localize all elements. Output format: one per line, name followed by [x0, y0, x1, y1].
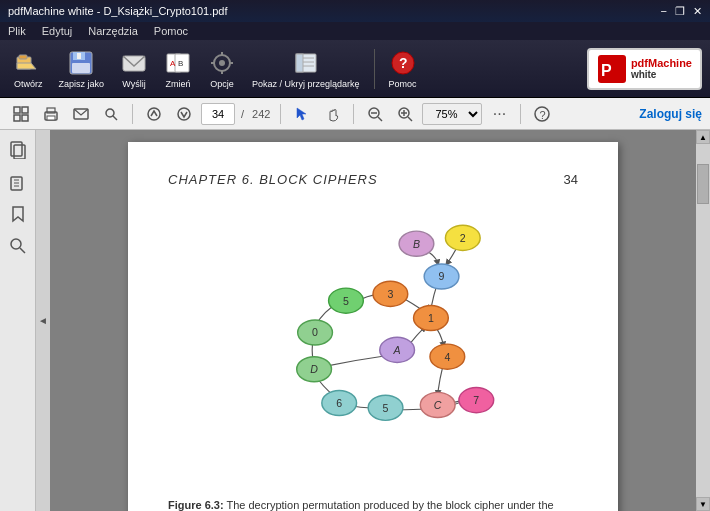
show-hide-label: Pokaz / Ukryj przeglądarkę [252, 79, 360, 89]
more-options-button[interactable]: ··· [486, 101, 512, 127]
page-down-button[interactable] [171, 101, 197, 127]
logo[interactable]: P pdfMachine white [587, 48, 702, 90]
page-up-button[interactable] [141, 101, 167, 127]
options-button[interactable]: Opcje [202, 45, 242, 93]
svg-rect-32 [47, 116, 55, 120]
print-button[interactable] [38, 101, 64, 127]
svg-text:2: 2 [460, 232, 466, 244]
svg-text:D: D [310, 363, 318, 375]
svg-text:A: A [393, 344, 401, 356]
svg-text:0: 0 [312, 326, 318, 338]
menu-pomoc[interactable]: Pomoc [154, 25, 188, 37]
svg-line-44 [408, 117, 412, 121]
save-as-label: Zapisz jako [59, 79, 105, 89]
scrollbar-track [696, 144, 710, 497]
sidebar-pages-icon[interactable] [6, 138, 30, 162]
svg-rect-28 [14, 115, 20, 121]
select-tool-button[interactable] [289, 101, 315, 127]
menu-plik[interactable]: Plik [8, 25, 26, 37]
zoom-in-button[interactable] [392, 101, 418, 127]
sidebar-search-icon[interactable] [6, 234, 30, 258]
chapter-heading: CHAPTER 6. BLOCK CIPHERS 34 [168, 172, 578, 187]
send-icon [120, 49, 148, 77]
sidebar-copy-icon[interactable] [6, 170, 30, 194]
change-icon: A B [164, 49, 192, 77]
svg-rect-27 [22, 107, 28, 113]
window-title: pdfMachine white - D_Książki_Crypto101.p… [8, 5, 661, 17]
svg-text:5: 5 [383, 402, 389, 414]
diagram-svg: B 2 9 5 3 1 [223, 207, 523, 487]
page-number-input[interactable]: 34 [201, 103, 235, 125]
svg-rect-47 [11, 142, 22, 156]
hand-tool-button[interactable] [319, 101, 345, 127]
menu-narzedzia[interactable]: Narzędzia [88, 25, 138, 37]
svg-text:C: C [434, 399, 442, 411]
logo-sub: white [631, 69, 692, 80]
svg-rect-1 [19, 55, 27, 59]
save-as-button[interactable]: Zapisz jako [53, 45, 111, 93]
svg-rect-48 [14, 145, 25, 159]
page-number-display: 34 [564, 172, 578, 187]
pdf-content-area: CHAPTER 6. BLOCK CIPHERS 34 [50, 130, 696, 511]
svg-text:5: 5 [343, 295, 349, 307]
svg-text:B: B [178, 59, 183, 68]
save-icon [67, 49, 95, 77]
question-button[interactable]: ? [529, 101, 555, 127]
search-button[interactable] [98, 101, 124, 127]
window-controls: − ❐ ✕ [661, 5, 702, 18]
svg-text:?: ? [540, 109, 546, 121]
open-button[interactable]: Otwórz [8, 45, 49, 93]
email-button[interactable] [68, 101, 94, 127]
titlebar: pdfMachine white - D_Książki_Crypto101.p… [0, 0, 710, 22]
main-layout: ◄ CHAPTER 6. BLOCK CIPHERS 34 [0, 130, 710, 511]
maximize-button[interactable]: ❐ [675, 5, 685, 18]
svg-rect-5 [72, 63, 90, 73]
svg-text:1: 1 [428, 312, 434, 324]
show-hide-button[interactable]: Pokaz / Ukryj przeglądarkę [246, 45, 366, 93]
scrollbar-thumb[interactable] [697, 164, 709, 204]
total-pages: 242 [252, 108, 270, 120]
svg-text:3: 3 [387, 288, 393, 300]
open-label: Otwórz [14, 79, 43, 89]
scrollbar-up-button[interactable]: ▲ [696, 130, 710, 144]
send-button[interactable]: Wyślij [114, 45, 154, 93]
pdf-page: CHAPTER 6. BLOCK CIPHERS 34 [128, 142, 618, 511]
main-toolbar: Otwórz Zapisz jako Wyślij [0, 40, 710, 98]
svg-line-40 [378, 117, 382, 121]
zoom-out-button[interactable] [362, 101, 388, 127]
chapter-title: CHAPTER 6. BLOCK CIPHERS [168, 172, 378, 187]
close-button[interactable]: ✕ [693, 5, 702, 18]
scrollbar-down-button[interactable]: ▼ [696, 497, 710, 511]
login-button[interactable]: Zaloguj się [639, 107, 702, 121]
svg-text:A: A [170, 59, 176, 68]
options-label: Opcje [210, 79, 234, 89]
figure-caption-text: The decryption permutation produced by t… [168, 499, 563, 511]
change-button[interactable]: A B Zmień [158, 45, 198, 93]
svg-rect-26 [14, 107, 20, 113]
logo-brand: pdfMachine [631, 57, 692, 69]
figure-caption: Figure 6.3: The decryption permutation p… [168, 497, 578, 511]
sidebar-bookmark-icon[interactable] [6, 202, 30, 226]
svg-text:?: ? [399, 55, 408, 71]
minimize-button[interactable]: − [661, 5, 667, 18]
help-label: Pomoc [389, 79, 417, 89]
left-panel-toggle[interactable]: ◄ [36, 130, 50, 511]
help-icon: ? [389, 49, 417, 77]
zoom-select[interactable]: 75% 50% 100% 125% 150% [422, 103, 482, 125]
send-label: Wyślij [122, 79, 145, 89]
figure-caption-label: Figure 6.3: [168, 499, 224, 511]
secondary-toolbar: 34 / 242 75% 50% 100% 125% 150% ··· ? Za… [0, 98, 710, 130]
tb2-sep2 [280, 104, 281, 124]
thumbnail-button[interactable] [8, 101, 34, 127]
page-separator: / [241, 108, 244, 120]
svg-point-12 [219, 60, 225, 66]
menu-edytuj[interactable]: Edytuj [42, 25, 73, 37]
help-button[interactable]: ? Pomoc [383, 45, 423, 93]
toolbar-sep [374, 49, 375, 89]
options-icon [208, 49, 236, 77]
svg-point-34 [106, 109, 114, 117]
svg-rect-18 [296, 54, 303, 72]
tb2-sep3 [353, 104, 354, 124]
svg-point-53 [11, 239, 21, 249]
svg-text:P: P [601, 62, 612, 79]
